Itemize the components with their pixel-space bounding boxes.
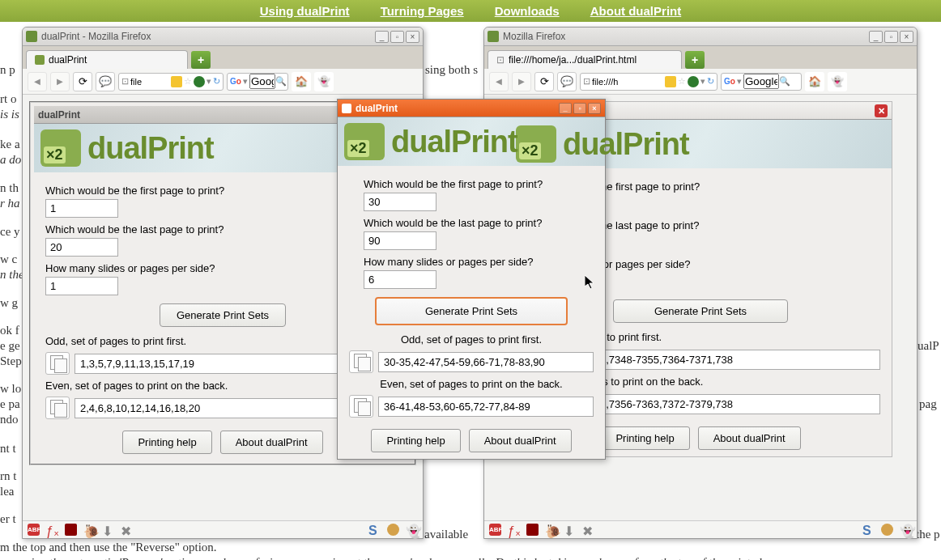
script-icon[interactable]: ƒₓ: [46, 524, 58, 536]
torrent-icon[interactable]: ⬇: [564, 524, 576, 536]
stylish-icon[interactable]: S: [368, 524, 381, 536]
gear-icon[interactable]: ✖: [582, 524, 594, 536]
about-button[interactable]: About dualPrint: [220, 431, 323, 454]
even-output[interactable]: [378, 397, 594, 417]
copy-icon[interactable]: [349, 395, 373, 418]
copy-icon[interactable]: [349, 350, 373, 373]
url-bar[interactable]: ⊡ ☆ ▾ ↻: [580, 73, 717, 91]
browser-toolbar: ◄ ► ⟳ 💬 ⊡ ☆ ▾ ↻ Go▾ 🔍 🏠 👻: [23, 69, 423, 95]
maximize-button[interactable]: ▫: [573, 103, 586, 114]
abp-icon[interactable]: ABP: [28, 524, 40, 536]
search-icon[interactable]: 🔍: [779, 76, 790, 87]
noscript-icon[interactable]: [526, 524, 539, 536]
about-button[interactable]: About dualPrint: [469, 429, 572, 452]
minimize-button[interactable]: _: [869, 31, 883, 43]
new-tab-button[interactable]: +: [685, 51, 705, 69]
logo-icon: [516, 125, 556, 163]
url-input[interactable]: [130, 77, 169, 87]
per-side-input[interactable]: [45, 277, 118, 295]
nav-about[interactable]: About dualPrint: [590, 4, 682, 18]
close-button[interactable]: ×: [406, 31, 419, 43]
copy-icon[interactable]: [45, 397, 70, 419]
url-input[interactable]: [592, 77, 663, 87]
globe-icon[interactable]: [194, 76, 205, 87]
close-button[interactable]: ×: [588, 103, 601, 114]
home-button[interactable]: 🏠: [292, 72, 311, 91]
last-page-input[interactable]: [45, 238, 118, 257]
odd-output[interactable]: [378, 352, 594, 372]
back-button[interactable]: ◄: [28, 72, 47, 91]
chat-icon[interactable]: 💬: [96, 72, 115, 91]
window-title: dualPrint - Mozilla Firefox: [41, 31, 151, 42]
cookie-icon[interactable]: [387, 524, 399, 536]
ghost-status-icon[interactable]: 👻: [900, 524, 912, 536]
minimize-button[interactable]: _: [375, 31, 389, 43]
logo-text: dualPrint: [563, 127, 689, 162]
chat-icon[interactable]: 💬: [557, 72, 577, 91]
last-page-input[interactable]: [364, 231, 436, 250]
copy-icon[interactable]: [45, 352, 70, 375]
search-input[interactable]: [743, 74, 779, 89]
reload-button[interactable]: ⟳: [534, 72, 554, 91]
even-label: Even, set of pages to print on the back.: [349, 378, 594, 390]
first-page-input[interactable]: [45, 199, 118, 218]
generate-button[interactable]: Generate Print Sets: [160, 303, 286, 327]
window-titlebar[interactable]: Mozilla Firefox _ ▫ ×: [484, 28, 917, 46]
printing-help-button[interactable]: Printing help: [371, 429, 460, 452]
script-icon[interactable]: ƒₓ: [508, 524, 520, 536]
applet-close-button[interactable]: ✕: [875, 104, 888, 117]
back-button[interactable]: ◄: [489, 72, 509, 91]
folder-icon[interactable]: [665, 76, 676, 87]
forward-button[interactable]: ►: [50, 72, 70, 91]
printing-help-button[interactable]: Printing help: [600, 426, 689, 450]
applet-title: dualPrint: [356, 103, 398, 114]
app-icon: [26, 31, 37, 42]
browser-tab[interactable]: ⊡file:///home/ja.../dualPrint.html: [488, 50, 682, 69]
abp-icon[interactable]: ABP: [489, 524, 501, 536]
torrent-icon[interactable]: ⬇: [102, 524, 114, 536]
per-side-input[interactable]: [364, 270, 436, 289]
gear-icon[interactable]: ✖: [121, 524, 133, 536]
search-bar[interactable]: Go▾ 🔍: [721, 73, 802, 91]
snail-icon[interactable]: 🐌: [545, 524, 557, 536]
search-bar[interactable]: Go▾ 🔍: [227, 73, 288, 91]
bg-text: rn t: [0, 468, 16, 485]
globe-icon[interactable]: [688, 76, 699, 87]
about-button[interactable]: About dualPrint: [698, 426, 801, 450]
url-bar[interactable]: ⊡ ☆ ▾ ↻: [118, 73, 224, 91]
generate-button[interactable]: Generate Print Sets: [613, 299, 788, 323]
search-icon[interactable]: 🔍: [275, 76, 287, 87]
snail-icon[interactable]: 🐌: [83, 524, 96, 536]
nav-using[interactable]: Using dualPrint: [260, 4, 350, 18]
browser-tab[interactable]: dualPrint: [26, 50, 188, 69]
home-button[interactable]: 🏠: [805, 72, 824, 91]
forward-button[interactable]: ►: [512, 72, 531, 91]
logo-text: dualPrint: [391, 125, 517, 159]
generate-button[interactable]: Generate Print Sets: [375, 297, 568, 325]
bg-text: ualP: [918, 337, 939, 354]
window-titlebar[interactable]: dualPrint - Mozilla Firefox _ ▫ ×: [23, 28, 423, 46]
nav-turning[interactable]: Turning Pages: [381, 4, 464, 18]
maximize-button[interactable]: ▫: [884, 31, 898, 43]
minimize-button[interactable]: _: [559, 103, 572, 114]
close-button[interactable]: ×: [900, 31, 913, 43]
nav-downloads[interactable]: Downloads: [495, 4, 560, 18]
search-input[interactable]: [249, 74, 275, 89]
ghost-icon[interactable]: 👻: [314, 72, 334, 91]
new-tab-button[interactable]: +: [191, 51, 211, 69]
cookie-icon[interactable]: [881, 524, 893, 536]
noscript-icon[interactable]: [65, 524, 77, 536]
maximize-button[interactable]: ▫: [390, 31, 404, 43]
ghost-status-icon[interactable]: 👻: [406, 524, 418, 536]
tab-favicon: [35, 55, 45, 65]
printing-help-button[interactable]: Printing help: [122, 431, 211, 454]
applet-title: dualPrint: [38, 109, 80, 121]
first-page-input[interactable]: [364, 193, 436, 211]
top-nav: Using dualPrint Turning Pages Downloads …: [0, 0, 941, 22]
tab-label: dualPrint: [49, 54, 87, 66]
ghost-icon[interactable]: 👻: [828, 72, 847, 91]
folder-icon[interactable]: [171, 76, 182, 87]
applet-titlebar[interactable]: dualPrint _ ▫ ×: [338, 100, 605, 117]
reload-button[interactable]: ⟳: [73, 72, 92, 91]
stylish-icon[interactable]: S: [862, 524, 875, 536]
